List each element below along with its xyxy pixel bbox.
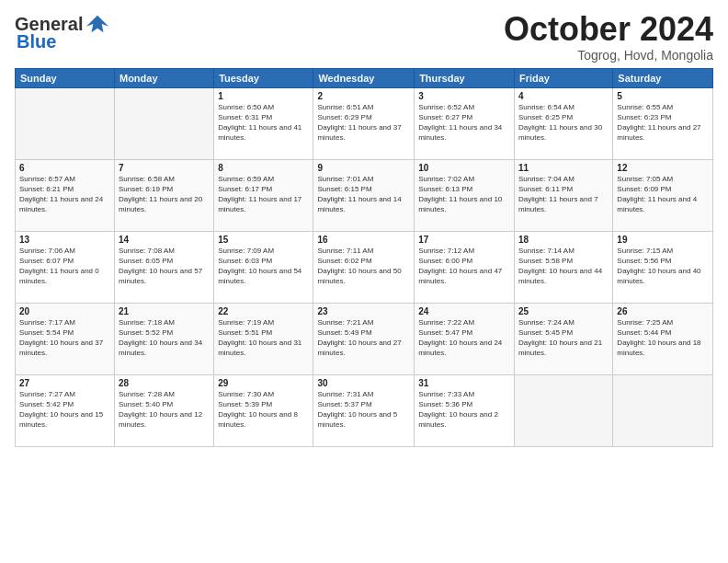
calendar-day-cell <box>114 87 213 159</box>
calendar-day-cell: 21Sunrise: 7:18 AMSunset: 5:52 PMDayligh… <box>114 303 213 374</box>
day-number: 24 <box>418 306 510 316</box>
calendar-day-cell: 29Sunrise: 7:30 AMSunset: 5:39 PMDayligh… <box>214 374 313 446</box>
day-number: 21 <box>119 306 210 316</box>
day-info: Sunrise: 7:05 AMSunset: 6:09 PMDaylight:… <box>617 174 709 215</box>
calendar-header-wednesday: Wednesday <box>313 68 415 87</box>
day-number: 3 <box>418 91 510 101</box>
day-number: 4 <box>518 91 609 101</box>
day-number: 25 <box>518 306 609 316</box>
calendar-day-cell: 7Sunrise: 6:58 AMSunset: 6:19 PMDaylight… <box>114 159 213 231</box>
day-info: Sunrise: 6:58 AMSunset: 6:19 PMDaylight:… <box>119 174 210 215</box>
day-info: Sunrise: 7:21 AMSunset: 5:49 PMDaylight:… <box>317 317 410 359</box>
logo-blue-text: Blue <box>17 31 56 52</box>
header: General Blue October 2024 Togrog, Hovd, … <box>15 11 713 63</box>
day-number: 10 <box>418 163 510 173</box>
day-number: 18 <box>518 235 609 245</box>
svg-marker-0 <box>86 16 108 33</box>
day-info: Sunrise: 7:19 AMSunset: 5:51 PMDaylight:… <box>218 317 309 359</box>
calendar-day-cell: 17Sunrise: 7:12 AMSunset: 6:00 PMDayligh… <box>415 231 515 303</box>
calendar-day-cell: 25Sunrise: 7:24 AMSunset: 5:45 PMDayligh… <box>514 303 612 374</box>
day-info: Sunrise: 7:15 AMSunset: 5:56 PMDaylight:… <box>617 246 709 287</box>
calendar-week-4: 20Sunrise: 7:17 AMSunset: 5:54 PMDayligh… <box>16 303 713 374</box>
day-info: Sunrise: 6:52 AMSunset: 6:27 PMDaylight:… <box>418 102 510 144</box>
month-title: October 2024 <box>504 11 713 48</box>
day-info: Sunrise: 7:27 AMSunset: 5:42 PMDaylight:… <box>19 389 110 431</box>
logo-bird-icon <box>85 11 110 37</box>
calendar-day-cell: 31Sunrise: 7:33 AMSunset: 5:36 PMDayligh… <box>415 374 515 446</box>
day-info: Sunrise: 6:59 AMSunset: 6:17 PMDaylight:… <box>218 174 309 215</box>
day-info: Sunrise: 7:06 AMSunset: 6:07 PMDaylight:… <box>19 246 110 287</box>
day-info: Sunrise: 6:54 AMSunset: 6:25 PMDaylight:… <box>518 102 609 144</box>
day-info: Sunrise: 7:02 AMSunset: 6:13 PMDaylight:… <box>418 174 510 215</box>
day-number: 8 <box>218 163 309 173</box>
calendar-day-cell: 3Sunrise: 6:52 AMSunset: 6:27 PMDaylight… <box>415 87 515 159</box>
calendar-day-cell: 11Sunrise: 7:04 AMSunset: 6:11 PMDayligh… <box>514 159 612 231</box>
calendar-week-1: 1Sunrise: 6:50 AMSunset: 6:31 PMDaylight… <box>16 87 713 159</box>
calendar-day-cell: 14Sunrise: 7:08 AMSunset: 6:05 PMDayligh… <box>114 231 213 303</box>
day-info: Sunrise: 7:31 AMSunset: 5:37 PMDaylight:… <box>317 389 410 431</box>
day-number: 11 <box>518 163 609 173</box>
calendar-week-2: 6Sunrise: 6:57 AMSunset: 6:21 PMDaylight… <box>16 159 713 231</box>
page-container: General Blue October 2024 Togrog, Hovd, … <box>0 0 728 454</box>
day-number: 28 <box>119 378 210 388</box>
day-number: 27 <box>19 378 110 388</box>
day-number: 7 <box>119 163 210 173</box>
calendar-day-cell: 6Sunrise: 6:57 AMSunset: 6:21 PMDaylight… <box>16 159 115 231</box>
day-number: 22 <box>218 306 309 316</box>
calendar-header-row: SundayMondayTuesdayWednesdayThursdayFrid… <box>16 68 713 87</box>
day-number: 6 <box>19 163 110 173</box>
calendar-day-cell: 16Sunrise: 7:11 AMSunset: 6:02 PMDayligh… <box>313 231 415 303</box>
calendar-day-cell <box>514 374 612 446</box>
calendar-day-cell: 1Sunrise: 6:50 AMSunset: 6:31 PMDaylight… <box>214 87 313 159</box>
calendar-day-cell: 20Sunrise: 7:17 AMSunset: 5:54 PMDayligh… <box>16 303 115 374</box>
calendar-header-tuesday: Tuesday <box>214 68 313 87</box>
calendar-day-cell <box>16 87 115 159</box>
day-info: Sunrise: 7:18 AMSunset: 5:52 PMDaylight:… <box>119 317 210 359</box>
day-info: Sunrise: 7:17 AMSunset: 5:54 PMDaylight:… <box>19 317 110 359</box>
day-info: Sunrise: 7:22 AMSunset: 5:47 PMDaylight:… <box>418 317 510 359</box>
day-number: 2 <box>317 91 410 101</box>
day-number: 12 <box>617 163 709 173</box>
day-info: Sunrise: 7:08 AMSunset: 6:05 PMDaylight:… <box>119 246 210 287</box>
location-text: Togrog, Hovd, Mongolia <box>504 48 713 63</box>
calendar-day-cell: 8Sunrise: 6:59 AMSunset: 6:17 PMDaylight… <box>214 159 313 231</box>
day-info: Sunrise: 6:55 AMSunset: 6:23 PMDaylight:… <box>617 102 709 144</box>
day-number: 1 <box>218 91 309 101</box>
day-info: Sunrise: 7:04 AMSunset: 6:11 PMDaylight:… <box>518 174 609 215</box>
calendar-day-cell: 24Sunrise: 7:22 AMSunset: 5:47 PMDayligh… <box>415 303 515 374</box>
day-number: 13 <box>19 235 110 245</box>
day-info: Sunrise: 7:09 AMSunset: 6:03 PMDaylight:… <box>218 246 309 287</box>
day-info: Sunrise: 7:14 AMSunset: 5:58 PMDaylight:… <box>518 246 609 287</box>
calendar-week-5: 27Sunrise: 7:27 AMSunset: 5:42 PMDayligh… <box>16 374 713 446</box>
title-block: October 2024 Togrog, Hovd, Mongolia <box>504 11 713 63</box>
day-number: 29 <box>218 378 309 388</box>
day-number: 31 <box>418 378 510 388</box>
day-number: 17 <box>418 235 510 245</box>
calendar-header-thursday: Thursday <box>415 68 515 87</box>
calendar-day-cell: 22Sunrise: 7:19 AMSunset: 5:51 PMDayligh… <box>214 303 313 374</box>
calendar-header-saturday: Saturday <box>613 68 713 87</box>
calendar-day-cell: 5Sunrise: 6:55 AMSunset: 6:23 PMDaylight… <box>613 87 713 159</box>
day-number: 20 <box>19 306 110 316</box>
calendar-table: SundayMondayTuesdayWednesdayThursdayFrid… <box>15 68 713 447</box>
day-number: 16 <box>317 235 410 245</box>
day-number: 9 <box>317 163 410 173</box>
calendar-day-cell: 28Sunrise: 7:28 AMSunset: 5:40 PMDayligh… <box>114 374 213 446</box>
day-info: Sunrise: 7:28 AMSunset: 5:40 PMDaylight:… <box>119 389 210 431</box>
calendar-day-cell: 30Sunrise: 7:31 AMSunset: 5:37 PMDayligh… <box>313 374 415 446</box>
calendar-week-3: 13Sunrise: 7:06 AMSunset: 6:07 PMDayligh… <box>16 231 713 303</box>
calendar-day-cell: 12Sunrise: 7:05 AMSunset: 6:09 PMDayligh… <box>613 159 713 231</box>
calendar-day-cell: 27Sunrise: 7:27 AMSunset: 5:42 PMDayligh… <box>16 374 115 446</box>
calendar-day-cell: 13Sunrise: 7:06 AMSunset: 6:07 PMDayligh… <box>16 231 115 303</box>
day-number: 19 <box>617 235 709 245</box>
calendar-day-cell: 4Sunrise: 6:54 AMSunset: 6:25 PMDaylight… <box>514 87 612 159</box>
calendar-header-friday: Friday <box>514 68 612 87</box>
calendar-day-cell: 10Sunrise: 7:02 AMSunset: 6:13 PMDayligh… <box>415 159 515 231</box>
day-info: Sunrise: 7:25 AMSunset: 5:44 PMDaylight:… <box>617 317 709 359</box>
calendar-day-cell: 18Sunrise: 7:14 AMSunset: 5:58 PMDayligh… <box>514 231 612 303</box>
day-info: Sunrise: 7:33 AMSunset: 5:36 PMDaylight:… <box>418 389 510 431</box>
calendar-day-cell: 2Sunrise: 6:51 AMSunset: 6:29 PMDaylight… <box>313 87 415 159</box>
day-info: Sunrise: 7:12 AMSunset: 6:00 PMDaylight:… <box>418 246 510 287</box>
calendar-day-cell <box>613 374 713 446</box>
day-number: 26 <box>617 306 709 316</box>
